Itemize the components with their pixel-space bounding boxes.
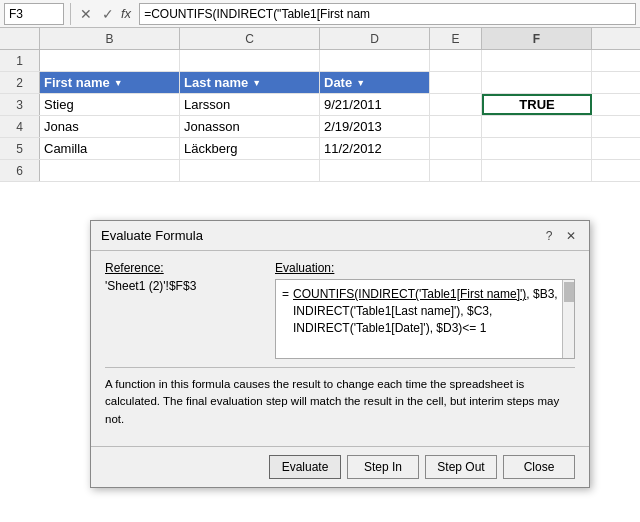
reference-value: 'Sheet1 (2)'!$F$3 bbox=[105, 279, 255, 293]
dialog-body: Reference: 'Sheet1 (2)'!$F$3 Evaluation:… bbox=[91, 251, 589, 446]
evaluation-text: COUNTIFS(INDIRECT('Table1[First name]'),… bbox=[293, 286, 568, 336]
dialog-window-controls: ? ✕ bbox=[541, 228, 579, 244]
evaluation-label: Evaluation: bbox=[275, 261, 575, 275]
evaluation-section: Evaluation: = COUNTIFS(INDIRECT('Table1[… bbox=[275, 261, 575, 359]
step-out-button[interactable]: Step Out bbox=[425, 455, 497, 479]
eval-scrollbar-thumb bbox=[564, 282, 574, 302]
evaluate-button[interactable]: Evaluate bbox=[269, 455, 341, 479]
dialog-title: Evaluate Formula bbox=[101, 228, 203, 243]
dialog-content-row: Reference: 'Sheet1 (2)'!$F$3 Evaluation:… bbox=[105, 261, 575, 359]
evaluate-formula-dialog: Evaluate Formula ? ✕ Reference: 'Sheet1 … bbox=[90, 220, 590, 488]
eval-scrollbar[interactable] bbox=[562, 280, 574, 358]
equals-sign: = bbox=[282, 287, 289, 301]
dialog-help-button[interactable]: ? bbox=[541, 228, 557, 244]
dialog-title-bar: Evaluate Formula ? ✕ bbox=[91, 221, 589, 251]
dialog-overlay: Evaluate Formula ? ✕ Reference: 'Sheet1 … bbox=[0, 0, 640, 522]
close-button[interactable]: Close bbox=[503, 455, 575, 479]
reference-section: Reference: 'Sheet1 (2)'!$F$3 bbox=[105, 261, 255, 359]
reference-label: Reference: bbox=[105, 261, 255, 275]
info-text: A function in this formula causes the re… bbox=[105, 367, 575, 436]
dialog-footer: Evaluate Step In Step Out Close bbox=[91, 446, 589, 487]
step-in-button[interactable]: Step In bbox=[347, 455, 419, 479]
evaluation-box: = COUNTIFS(INDIRECT('Table1[First name]'… bbox=[275, 279, 575, 359]
underlined-function: COUNTIFS(INDIRECT('Table1[First name]') bbox=[293, 287, 526, 301]
dialog-close-button[interactable]: ✕ bbox=[563, 228, 579, 244]
